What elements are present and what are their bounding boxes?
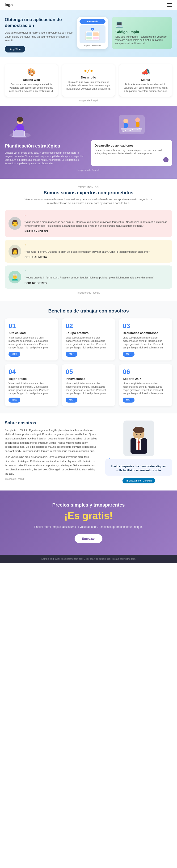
testimonial-avatar-1: 👨 [8,217,21,230]
hero-right-description: Duis aute irure dolor in reprehenderit i… [115,35,169,45]
phone-bottom-label: Popular Destinations [79,44,105,46]
planning-title: Planificación estratégica [5,143,86,149]
benefit-btn-6[interactable]: MÁS [123,398,135,403]
about-left: Sobre nosotros Sample text. Click to Ege… [5,421,100,480]
brand-icon: 📣 [123,68,168,76]
testimonial-card-1: 👨 " "Vitae mattis a diam maecenas sed en… [5,210,172,237]
testimonial-name-1: NAT REYNOLDS [25,230,169,233]
service-title-dev: Desarrollo [66,75,111,79]
testimonials-title: Somos socios expertos comprometidos [5,190,172,195]
testimonials-label: TESTIMONIOS [5,186,172,189]
about-right: " I help companies tincidunt tortor aliq… [105,421,172,484]
pricing-title: Precios simples y transparentes [5,502,172,508]
quote-icon-3: " [25,269,169,275]
planning-right: Desarrollo de aplicaciones Desarrolle un… [91,113,172,166]
benefit-title-4: Mejor precio [8,377,54,380]
svg-point-30 [133,427,144,433]
benefit-number-1: 01 [8,322,54,330]
service-card-dev: </> Desarrollo Duis aute irure dolor in … [62,64,115,97]
benefit-desc-6: Vitae suscipit tellus mauris a diam maec… [123,382,169,395]
svg-point-17 [21,121,22,122]
hamburger-menu[interactable] [167,3,172,7]
services-section: 🎨 Diseño web Duis aute irure dolor in re… [0,57,177,106]
benefit-btn-2[interactable]: MÁS [66,352,77,357]
nav-logo: logo [5,3,13,7]
benefit-title-3: Resultados asombrosos [123,331,169,335]
svg-point-32 [140,434,141,435]
testimonial-text-2: "Nisi nunc id lorem. Quisque id diam vel… [25,250,169,254]
testimonial-content-3: " "Neque gravida in fermentum. Praesent … [25,269,169,285]
benefit-card-3: 03 Resultados asombrosos Vitae suscipit … [119,318,172,361]
footer: Sample text. Click to select the text bo… [0,555,177,563]
svg-text:✈: ✈ [92,28,94,30]
planning-card: Desarrollo de aplicaciones Desarrolle un… [91,140,172,166]
svg-rect-23 [121,128,142,129]
benefit-title-6: Soporte 24/7 [123,377,169,380]
about-paragraph-1: Sample text. Click to Egestas egestas fr… [5,428,100,454]
benefit-desc-2: Vitae suscipit tellus mauris a diam maec… [66,336,111,349]
about-credit: Imagen de Freepik [5,478,100,480]
benefit-desc-1: Vitae suscipit tellus mauris a diam maec… [8,336,54,349]
navbar: logo [0,0,177,10]
svg-rect-12 [12,136,26,137]
testimonial-avatar-2: 👩 [8,245,21,258]
benefit-btn-3[interactable]: MÁS [123,352,135,357]
testimonial-text-3: "Neque gravida in fermentum. Praesent se… [25,276,169,280]
svg-point-21 [135,118,140,122]
appstore-button[interactable]: App Store [5,46,25,53]
benefit-title-1: Alta calidad [8,331,54,335]
service-title-design: Diseño web [9,78,54,82]
benefit-btn-5[interactable]: MÁS [66,398,77,403]
benefit-btn-4[interactable]: MÁS [8,398,20,403]
benefit-card-2: 02 Equipo creativo Vitae suscipit tellus… [62,318,115,361]
hero-right-title: Código limpio [115,30,169,34]
pricing-section: Precios simples y transparentes ¡Es grat… [0,491,177,555]
service-desc-dev: Duis aute irure dolor in reprehenderit i… [66,81,111,91]
benefit-title-2: Equipo creativo [66,331,111,335]
testimonial-name-3: BOB ROBERTS [25,282,169,285]
about-quote-box: " I help companies tincidunt tortor aliq… [105,459,172,476]
svg-point-16 [19,121,20,122]
linkedin-label: Encuame en LinkedIn [129,479,152,482]
linkedin-icon: in [126,479,128,482]
dev-icon: </> [66,68,111,74]
design-icon: 🎨 [9,68,54,76]
pricing-btn-label: Empezar [82,537,95,540]
code-icon: 💻 [115,21,169,28]
quote-icon-1: " [25,214,169,219]
about-paragraph-2: Quis viverra nibh cras pulvinar mattis. … [5,455,100,476]
service-title-brand: Marca [123,78,168,82]
phone-image-area: ✈ [79,25,105,43]
benefit-desc-4: Vitae suscipit tellus mauris a diam maec… [8,382,54,395]
svg-rect-20 [124,123,128,128]
planning-card-arrow-button[interactable]: › [163,157,169,162]
linkedin-button[interactable]: in Encuame en LinkedIn [122,478,155,484]
about-person-image [123,421,154,456]
hero-description: Duis aute irure dolor in reprehenderit i… [5,31,73,42]
testimonial-avatar-3: 👨‍🦳 [8,271,21,283]
about-title: Sobre nosotros [5,421,100,426]
svg-point-31 [136,434,137,435]
quote-icon-2: " [25,244,169,249]
svg-point-19 [123,119,128,123]
service-card-brand: 📣 Marca Duis aute irure dolor in reprehe… [119,64,172,97]
about-quote-text: I help companies tincidunt tortor aliqua… [109,464,169,472]
hero-text-block: Obtenga una aplicación de demostración D… [5,17,73,53]
benefit-card-4: 04 Mejor precio Vitae suscipit tellus ma… [5,364,58,406]
svg-rect-3 [86,37,92,39]
testimonials-subtitle: Valoramos enormemente las relaciones sól… [24,197,153,205]
benefits-title: Beneficios de trabajar con nosotros [5,308,172,314]
svg-rect-2 [93,32,99,36]
benefit-title-5: Innovaciones [66,377,111,380]
pricing-price: ¡Es gratis! [5,510,172,522]
benefit-card-1: 01 Alta calidad Vitae suscipit tellus ma… [5,318,58,361]
pricing-start-button[interactable]: Empezar [75,534,102,543]
hero-right-card: 💻 Código limpio Duis aute irure dolor in… [112,17,172,49]
planning-card-description: Desarrolle una aplicación bajo demanda p… [95,149,169,155]
testimonials-section: TESTIMONIOS Somos socios expertos compro… [0,179,177,301]
benefit-number-5: 05 [66,368,111,376]
testimonial-content-2: " "Nisi nunc id lorem. Quisque id diam v… [25,244,169,259]
testimonial-text-1: "Vitae mattis a diam maecenas sed enim u… [25,220,169,228]
benefit-btn-1[interactable]: MÁS [8,352,20,357]
planning-left: Planificación estratégica Egestas vut fi… [5,113,86,165]
